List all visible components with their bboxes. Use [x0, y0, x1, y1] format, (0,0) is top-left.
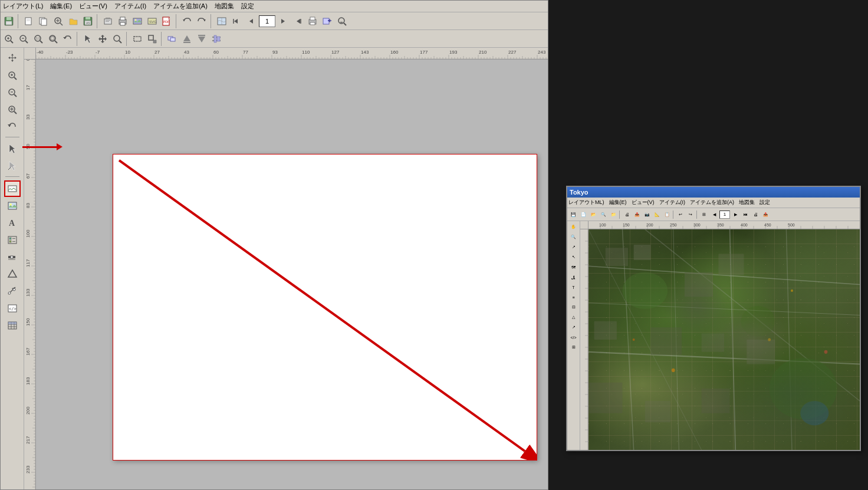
mini-undo-btn[interactable]: ↩ [676, 210, 685, 219]
mini-tool-select[interactable]: ↗ [569, 242, 578, 252]
atlas-next-button[interactable] [291, 14, 305, 28]
mini-tool-html[interactable]: </> [569, 333, 578, 342]
mini-print2-btn[interactable]: 🖨 [751, 210, 760, 219]
print-button[interactable] [116, 14, 130, 28]
mini-menu-view[interactable]: ビュー(V) [632, 199, 655, 206]
canvas-scroll[interactable] [36, 60, 548, 489]
layout-manager-button[interactable] [37, 14, 51, 28]
mini-tool-legend[interactable]: ≡ [569, 292, 578, 302]
mini-menu-settings[interactable]: 設定 [760, 199, 770, 206]
mini-zoom-btn[interactable]: 🔍 [599, 210, 608, 219]
svg-text:1:1: 1:1 [36, 37, 40, 40]
mini-print-btn[interactable]: 🖨 [622, 210, 632, 219]
mini-menu-atlas[interactable]: 地図集 [739, 199, 755, 206]
zoom-full-button[interactable] [51, 14, 65, 28]
refresh-btn[interactable] [61, 32, 75, 46]
group-btn[interactable] [165, 32, 179, 46]
mini-redo-btn[interactable]: ↪ [686, 210, 695, 219]
mini-tool-shape[interactable]: △ [569, 313, 578, 322]
menu-atlas[interactable]: 地図集 [215, 2, 234, 11]
mini-menu-edit[interactable]: 編集(E) [609, 199, 627, 206]
mini-save-btn[interactable]: 💾 [568, 210, 578, 219]
mini-menu-layout[interactable]: レイアウトML) [568, 199, 604, 206]
zoom-extent-btn[interactable] [46, 32, 60, 46]
raise-btn[interactable] [180, 32, 194, 46]
tool-select[interactable] [4, 141, 21, 157]
select-tool-btn[interactable] [81, 32, 95, 46]
zoom-item-btn[interactable] [110, 32, 124, 46]
tool-add-image[interactable] [4, 198, 21, 214]
zoom-in-btn[interactable] [2, 32, 16, 46]
save-button[interactable] [2, 14, 16, 28]
mini-tool-zoom[interactable]: 🔍 [569, 232, 578, 242]
mini-new-btn[interactable]: 📄 [578, 210, 588, 219]
tool-add-label[interactable]: A [4, 215, 21, 231]
tool-move[interactable] [4, 158, 21, 175]
open-button[interactable] [66, 14, 80, 28]
mini-tool-pan[interactable]: ✋ [569, 222, 578, 232]
mini-tool-move[interactable]: ↖ [569, 252, 578, 262]
mini-tool-img[interactable]: 🏞 [569, 272, 578, 282]
mini-svg-btn[interactable]: 📐 [652, 210, 662, 219]
mini-tool-table[interactable]: ⊞ [569, 343, 578, 352]
menu-items[interactable]: アイテム(I) [114, 2, 146, 11]
mini-tool-text[interactable]: T [569, 282, 578, 292]
tool-add-scalebar[interactable] [4, 249, 21, 265]
export-image-button[interactable] [130, 14, 144, 28]
mini-next-btn[interactable]: ▶ [731, 210, 740, 219]
next-button[interactable] [276, 14, 290, 28]
mini-export2-btn[interactable]: 📤 [761, 210, 770, 219]
mini-export-btn[interactable]: 📤 [632, 210, 642, 219]
page-number-input[interactable] [259, 15, 275, 27]
menu-edit[interactable]: 編集(E) [50, 2, 72, 11]
tool-zoom-full[interactable] [4, 101, 21, 118]
zoom-100-btn[interactable]: 1:1 [31, 32, 45, 46]
mini-page-input[interactable] [719, 211, 730, 219]
mini-prev-btn[interactable]: ◀ [709, 210, 719, 219]
menu-settings[interactable]: 設定 [241, 2, 254, 11]
mini-atlas-btn[interactable]: ⊞ [699, 210, 709, 219]
atlas-export-button[interactable] [320, 14, 334, 28]
print-preview-button[interactable] [101, 14, 115, 28]
zoom-out-btn[interactable] [17, 32, 31, 46]
atlas-prev-button[interactable] [229, 14, 244, 28]
undo-button[interactable] [180, 14, 194, 28]
mini-menu-items[interactable]: アイテム(I) [659, 199, 686, 206]
mini-open-btn[interactable]: 📂 [588, 210, 598, 219]
menu-layout[interactable]: レイアウト(L) [3, 2, 43, 11]
resize-btn[interactable] [145, 32, 159, 46]
new-layout-button[interactable] [22, 14, 36, 28]
tool-add-legend[interactable] [4, 232, 21, 248]
mini-img-btn[interactable]: 📷 [642, 210, 652, 219]
tool-add-node[interactable] [4, 283, 21, 300]
tool-pan[interactable] [4, 50, 21, 67]
prev-button[interactable] [244, 14, 258, 28]
mini-menu-add[interactable]: アイテムを追加(A) [690, 199, 734, 206]
tool-refresh[interactable] [4, 119, 21, 135]
lower-btn[interactable] [195, 32, 209, 46]
mini-tool-arrow[interactable]: ↗ [569, 323, 578, 332]
redo-button[interactable] [195, 14, 209, 28]
mini-next-last-btn[interactable]: ⏭ [741, 210, 750, 219]
mini-tool-scale[interactable]: ⊟ [569, 302, 578, 312]
menu-add-items[interactable]: アイテムを追加(A) [153, 2, 208, 11]
tool-zoom-out[interactable] [4, 84, 21, 101]
zoom-search-button[interactable] [335, 14, 349, 28]
move-content-btn[interactable] [96, 32, 110, 46]
tool-zoom-in[interactable] [4, 67, 21, 84]
atlas-print-button[interactable] [305, 14, 320, 28]
export-svg-button[interactable]: SVG [145, 14, 159, 28]
tool-add-html[interactable]: </> [4, 300, 21, 317]
save-as-button[interactable]: AS [81, 14, 95, 28]
align-btn[interactable] [209, 32, 223, 46]
tool-add-map[interactable] [4, 180, 21, 197]
menu-view[interactable]: ビュー(V) [79, 2, 107, 11]
mini-folder-btn[interactable]: 📁 [609, 210, 618, 219]
tool-add-shape[interactable] [4, 266, 21, 282]
select-rect-btn[interactable] [130, 32, 144, 46]
mini-tool-map[interactable]: 🗺 [569, 262, 578, 272]
atlas-settings-button[interactable] [215, 14, 229, 28]
tool-add-table[interactable] [4, 317, 21, 334]
mini-pdf-btn[interactable]: 📋 [662, 210, 672, 219]
export-pdf-button[interactable]: PDF [160, 14, 174, 28]
